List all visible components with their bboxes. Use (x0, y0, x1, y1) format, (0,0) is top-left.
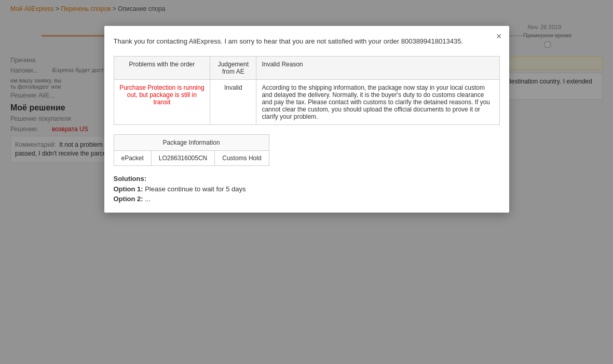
option-2-label: Option 2: (114, 195, 143, 203)
judgement-value: Invalid (224, 84, 242, 91)
modal-overlay: × Thank you for contacting AliExpress. I… (0, 0, 613, 364)
table-cell-judgement: Invalid (210, 79, 256, 124)
table-header-reason: Invalid Reason (256, 56, 499, 79)
option-1-text: Please continue to wait for 5 days (145, 185, 246, 193)
package-row: ePacket LO286316005CN Customs Hold (114, 150, 269, 165)
package-tracking: LO286316005CN (151, 150, 214, 165)
modal-greeting: Thank you for contacting AliExpress. I a… (114, 36, 500, 47)
modal-body[interactable]: Thank you for contacting AliExpress. I a… (104, 26, 509, 213)
option-2-line: Option 2: ... (114, 195, 500, 203)
package-info-wrapper: Package Information ePacket LO286316005C… (114, 134, 269, 166)
problem-text: Purchase Protection is running out, but … (119, 84, 204, 106)
solutions-title: Solutions: (114, 175, 500, 183)
table-header-problem: Problems with the order (114, 56, 210, 79)
judgement-table: Problems with the order Judgement from A… (114, 56, 500, 125)
modal-dialog: × Thank you for contacting AliExpress. I… (104, 26, 509, 213)
package-status: Customs Hold (215, 150, 269, 165)
table-cell-problem: Purchase Protection is running out, but … (114, 79, 210, 124)
table-row: Purchase Protection is running out, but … (114, 79, 499, 124)
option-1-label: Option 1: (114, 185, 143, 193)
option-1-line: Option 1: Please continue to wait for 5 … (114, 185, 500, 193)
modal-close-button[interactable]: × (496, 31, 502, 42)
solutions-section: Solutions: Option 1: Please continue to … (114, 175, 500, 203)
option-2-text: ... (145, 195, 151, 203)
table-cell-reason: According to the shipping information, t… (256, 79, 499, 124)
package-table: Package Information ePacket LO286316005C… (114, 135, 269, 165)
package-carrier: ePacket (114, 150, 152, 165)
package-table-header: Package Information (114, 135, 269, 151)
table-header-judgement: Judgement from AE (210, 56, 256, 79)
